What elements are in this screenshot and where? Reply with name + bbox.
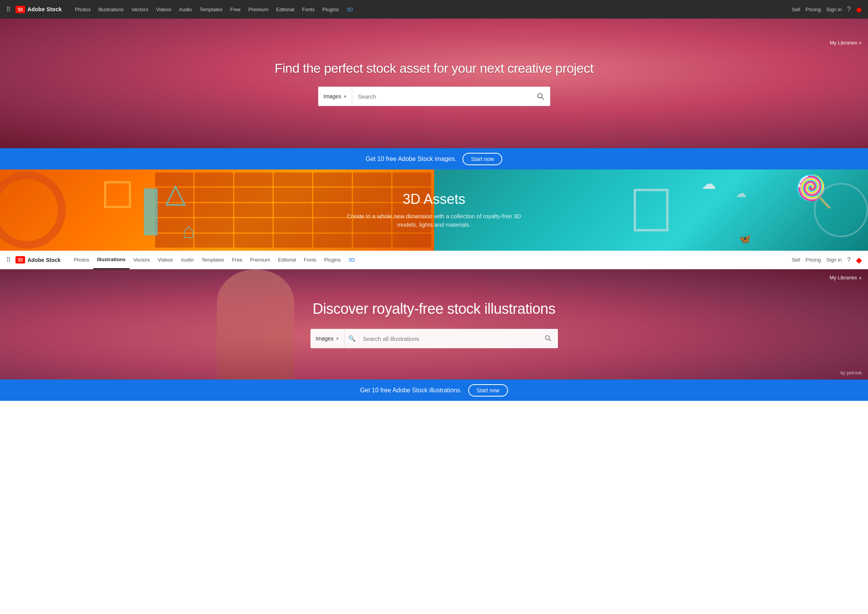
- nav2-link-illustrations[interactable]: Illustrations: [93, 251, 130, 269]
- nav2-logo[interactable]: St Adobe Stock: [15, 256, 61, 263]
- nav-link-free[interactable]: Free: [226, 0, 244, 19]
- illus-search-dropdown[interactable]: Images: [310, 329, 345, 348]
- nav-link-premium[interactable]: Premium: [244, 0, 272, 19]
- assets-section: ▐ △ ⌂ ☁ ☁ 🍭 🦋 3D Assets Create in a whol…: [0, 169, 868, 251]
- search-type-dropdown[interactable]: Images: [318, 87, 353, 106]
- svg-line-1: [541, 97, 544, 100]
- svg-point-0: [537, 94, 542, 98]
- nav-link-plugins[interactable]: Plugins: [319, 0, 343, 19]
- nav2-link-videos[interactable]: Videos: [154, 251, 177, 269]
- my-libraries-btn-2[interactable]: My Libraries ∨: [830, 274, 862, 281]
- illus-hero-section: My Libraries ∨ Discover royalty-free sto…: [0, 269, 868, 380]
- logo-text: Adobe Stock: [27, 6, 62, 12]
- nav2-link-photos[interactable]: Photos: [70, 251, 93, 269]
- nav-sell[interactable]: Sell: [792, 7, 800, 12]
- promo-start-now-2[interactable]: Start now: [468, 384, 508, 397]
- illus-search-input[interactable]: [360, 329, 538, 348]
- help-icon[interactable]: ?: [847, 6, 851, 13]
- promo-text-2: Get 10 free Adobe Stock illustrations.: [360, 387, 462, 394]
- logo-badge-2: St: [15, 256, 25, 263]
- nav2-links: Photos Illustrations Vectors Videos Audi…: [70, 251, 792, 269]
- nav2-link-fonts[interactable]: Fonts: [300, 251, 321, 269]
- search-icon: 🔍: [348, 335, 356, 342]
- promo-start-now-1[interactable]: Start now: [462, 153, 502, 165]
- hero-content: Find the perfect stock asset for your ne…: [0, 61, 868, 106]
- nav-link-videos[interactable]: Videos: [152, 0, 175, 19]
- svg-line-3: [549, 339, 551, 341]
- top-nav: St Adobe Stock Photos Illustrations Vect…: [0, 0, 868, 19]
- nav2-link-3d[interactable]: 3D: [344, 251, 359, 269]
- my-libraries-btn[interactable]: My Libraries: [830, 40, 862, 46]
- nav-link-audio[interactable]: Audio: [175, 0, 196, 19]
- nav-links: Photos Illustrations Vectors Videos Audi…: [71, 0, 792, 19]
- illus-search-bar: Images 🔍: [310, 329, 558, 348]
- nav-signin[interactable]: Sign in: [826, 7, 842, 12]
- illus-hero-credit: by petrovk: [841, 370, 862, 376]
- nav-link-3d[interactable]: 3D: [343, 0, 357, 19]
- grid-icon-2[interactable]: [6, 256, 11, 264]
- illus-search-button[interactable]: [539, 329, 558, 348]
- nav-pricing[interactable]: Pricing: [806, 7, 821, 12]
- nav2-link-templates[interactable]: Templates: [198, 251, 228, 269]
- nav-link-illustrations[interactable]: Illustrations: [94, 0, 128, 19]
- hero-section: My Libraries Find the perfect stock asse…: [0, 19, 868, 148]
- nav2-signin[interactable]: Sign in: [826, 257, 842, 263]
- assets-title: 3D Assets: [402, 191, 465, 207]
- promo-banner-2: Get 10 free Adobe Stock illustrations. S…: [0, 380, 868, 401]
- nav2-sell[interactable]: Sell: [792, 257, 800, 263]
- nav-logo[interactable]: St Adobe Stock: [15, 6, 62, 13]
- illus-hero-content: Discover royalty-free stock illustration…: [0, 301, 868, 348]
- nav-link-templates[interactable]: Templates: [196, 0, 226, 19]
- nav2-pricing[interactable]: Pricing: [806, 257, 821, 263]
- nav2-link-audio[interactable]: Audio: [177, 251, 198, 269]
- nav-link-photos[interactable]: Photos: [71, 0, 94, 19]
- adobe-icon[interactable]: ◆: [856, 5, 862, 14]
- help-icon-2[interactable]: ?: [847, 257, 851, 263]
- promo-banner-1: Get 10 free Adobe Stock images. Start no…: [0, 148, 868, 169]
- nav2-right: Sell Pricing Sign in ? ◆: [792, 255, 862, 265]
- nav-right: Sell Pricing Sign in ? ◆: [792, 5, 862, 14]
- nav2-link-editorial[interactable]: Editorial: [274, 251, 300, 269]
- search-bar: Images: [318, 87, 550, 106]
- search-button[interactable]: [531, 87, 550, 106]
- illus-hero-title: Discover royalty-free stock illustration…: [0, 301, 868, 317]
- logo-badge: St: [15, 6, 25, 13]
- hero-title: Find the perfect stock asset for your ne…: [0, 61, 868, 76]
- nav-link-fonts[interactable]: Fonts: [298, 0, 319, 19]
- nav2-link-plugins[interactable]: Plugins: [320, 251, 344, 269]
- nav2-link-vectors[interactable]: Vectors: [130, 251, 154, 269]
- promo-text-1: Get 10 free Adobe Stock images.: [366, 156, 457, 162]
- search-input[interactable]: [352, 87, 530, 106]
- nav-link-vectors[interactable]: Vectors: [128, 0, 152, 19]
- adobe-icon-2[interactable]: ◆: [856, 255, 862, 265]
- assets-description: Create in a whole new dimension with a c…: [345, 212, 523, 229]
- nav2-link-free[interactable]: Free: [228, 251, 246, 269]
- grid-icon[interactable]: [6, 5, 11, 14]
- assets-overlay: 3D Assets Create in a whole new dimensio…: [0, 169, 868, 251]
- nav2: St Adobe Stock Photos Illustrations Vect…: [0, 251, 868, 269]
- svg-point-2: [545, 336, 549, 340]
- nav-link-editorial[interactable]: Editorial: [272, 0, 298, 19]
- logo-text-2: Adobe Stock: [27, 257, 61, 263]
- nav2-link-premium[interactable]: Premium: [246, 251, 274, 269]
